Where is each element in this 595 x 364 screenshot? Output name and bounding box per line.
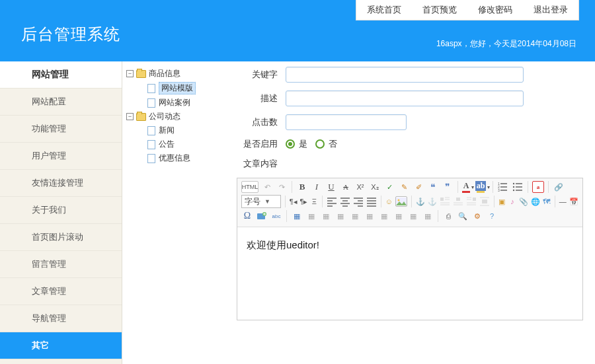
link-button[interactable]: 🔗 <box>553 181 565 193</box>
sidebar-item-home-images[interactable]: 首页图片滚动 <box>0 224 122 251</box>
toolbar-separator <box>494 196 495 207</box>
delete-row-button[interactable]: ▦ <box>335 210 346 222</box>
underline-button[interactable]: U <box>325 181 337 193</box>
sidebar-item-links[interactable]: 友情连接管理 <box>0 170 122 197</box>
tree-node-site-template[interactable]: 网站模版 <box>126 81 221 96</box>
topnav-preview[interactable]: 首页预览 <box>412 0 467 20</box>
paragraph-rtl-button[interactable]: ¶▸ <box>300 196 308 207</box>
description-input[interactable] <box>286 91 524 106</box>
tree-node-promo[interactable]: 优惠信息 <box>126 151 221 165</box>
tree-node-news[interactable]: 新闻 <box>126 124 221 137</box>
special-char-button[interactable]: Ω <box>241 210 253 222</box>
sidebar-item-articles[interactable]: 文章管理 <box>0 278 122 305</box>
img-float-right-button[interactable] <box>466 196 477 207</box>
delete-table-button[interactable]: ▦ <box>305 210 317 222</box>
img-center-button[interactable] <box>479 196 490 207</box>
sidebar-item-site-config[interactable]: 网站配置 <box>0 89 122 116</box>
sidebar-item-messages[interactable]: 留言管理 <box>0 251 122 278</box>
enabled-radio-group: 是 否 <box>286 138 337 150</box>
tree-collapse-icon[interactable]: − <box>126 113 134 120</box>
strike-button[interactable]: A <box>340 181 352 193</box>
insert-image-button[interactable] <box>395 196 407 207</box>
attachment-button[interactable]: 📎 <box>519 196 528 207</box>
split-cells-button[interactable]: ▦ <box>393 210 405 222</box>
sidebar-item-other[interactable]: 其它 <box>0 332 122 359</box>
html-source-button[interactable]: HTML <box>241 181 258 193</box>
radio-no[interactable] <box>315 139 325 149</box>
gmap-button[interactable]: 🗺 <box>543 196 551 207</box>
autotype-button[interactable]: a <box>532 181 544 193</box>
map-button[interactable]: 🌐 <box>531 196 540 207</box>
paragraph-ltr-button[interactable]: ¶◂ <box>290 196 298 207</box>
sidebar-item-user[interactable]: 用户管理 <box>0 143 122 170</box>
tree-node-product-info[interactable]: − 商品信息 <box>126 67 221 81</box>
format-brush-button[interactable]: ✎ <box>398 181 410 193</box>
help-button[interactable]: ? <box>486 210 498 222</box>
align-justify-button[interactable] <box>366 196 377 207</box>
code-button[interactable]: ⚙ <box>471 210 483 222</box>
blockquote-left-button[interactable]: ❝ <box>427 181 439 193</box>
topnav-password[interactable]: 修改密码 <box>467 0 523 20</box>
top-nav: 系统首页 首页预览 修改密码 退出登录 <box>356 0 579 20</box>
tree-collapse-icon[interactable]: − <box>126 70 134 77</box>
img-float-none-button[interactable] <box>453 196 463 207</box>
snapscreen-button[interactable] <box>256 210 268 222</box>
insert-music-button[interactable]: ♪ <box>508 196 516 207</box>
folder-icon <box>136 70 146 78</box>
emoji-button[interactable]: ☺ <box>385 196 393 207</box>
background-color-button[interactable]: ab▾ <box>477 181 489 193</box>
toolbar-separator <box>493 181 493 193</box>
delete-col-button[interactable]: ▦ <box>364 210 376 222</box>
unlink-button[interactable]: ⚓ <box>428 196 437 207</box>
keyword-input[interactable] <box>286 67 524 83</box>
toolbar-separator <box>555 196 555 207</box>
topnav-logout[interactable]: 退出登录 <box>523 0 578 20</box>
insert-row-button[interactable]: ▦ <box>320 210 332 222</box>
font-color-button[interactable]: A▾ <box>462 181 474 193</box>
split-rows-button[interactable]: ▦ <box>407 210 419 222</box>
sidebar-item-about[interactable]: 关于我们 <box>0 197 122 224</box>
superscript-button[interactable]: X² <box>354 181 366 193</box>
align-left-button[interactable] <box>327 196 337 207</box>
blockquote-right-button[interactable]: ❞ <box>442 181 454 193</box>
sidebar-item-nav[interactable]: 导航管理 <box>0 305 122 332</box>
tree-label: 优惠信息 <box>159 153 190 164</box>
toolbar-separator <box>457 181 458 193</box>
editor-body[interactable]: 欢迎使用ueditor! <box>237 227 582 320</box>
tree-node-announce[interactable]: 公告 <box>126 137 221 151</box>
split-cols-button[interactable]: ▦ <box>422 210 434 222</box>
align-right-button[interactable] <box>353 196 364 207</box>
eraser-button[interactable]: ✓ <box>383 181 395 193</box>
search-replace-button[interactable]: 🔍 <box>457 210 469 222</box>
merge-cells-button[interactable]: ▦ <box>378 210 390 222</box>
insert-table-button[interactable]: ▦ <box>291 210 303 222</box>
direction-button[interactable]: Ξ <box>311 196 319 207</box>
redo-button[interactable]: ↷ <box>276 181 288 193</box>
file-icon <box>147 126 155 135</box>
undo-button[interactable]: ↶ <box>261 181 273 193</box>
hr-button[interactable]: — <box>559 196 567 207</box>
insert-col-button[interactable]: ▦ <box>349 210 361 222</box>
ordered-list-button[interactable]: 123 <box>497 181 509 193</box>
tree-node-company-news[interactable]: − 公司动态 <box>126 110 221 124</box>
insert-video-button[interactable]: ▣ <box>498 196 506 207</box>
unordered-list-button[interactable] <box>512 181 524 193</box>
clicks-input[interactable] <box>286 114 407 130</box>
toolbar-separator <box>292 181 292 193</box>
clean-format-button[interactable]: ✐ <box>413 181 424 193</box>
spellcheck-button[interactable]: abc <box>270 210 282 222</box>
img-float-left-button[interactable] <box>440 196 450 207</box>
sidebar-item-function[interactable]: 功能管理 <box>0 116 122 143</box>
tree-node-site-case[interactable]: 网站案例 <box>126 96 221 110</box>
print-button[interactable]: ⎙ <box>442 210 454 222</box>
toolbar-separator <box>285 196 286 207</box>
radio-yes[interactable] <box>286 139 295 149</box>
align-center-button[interactable] <box>340 196 350 207</box>
bold-button[interactable]: B <box>296 181 308 193</box>
anchor-button[interactable]: ⚓ <box>416 196 425 207</box>
subscript-button[interactable]: X₂ <box>369 181 381 193</box>
italic-button[interactable]: I <box>311 181 323 193</box>
date-button[interactable]: 📅 <box>569 196 578 207</box>
topnav-home[interactable]: 系统首页 <box>356 0 412 20</box>
font-size-select[interactable]: 字号▼ <box>241 195 281 208</box>
